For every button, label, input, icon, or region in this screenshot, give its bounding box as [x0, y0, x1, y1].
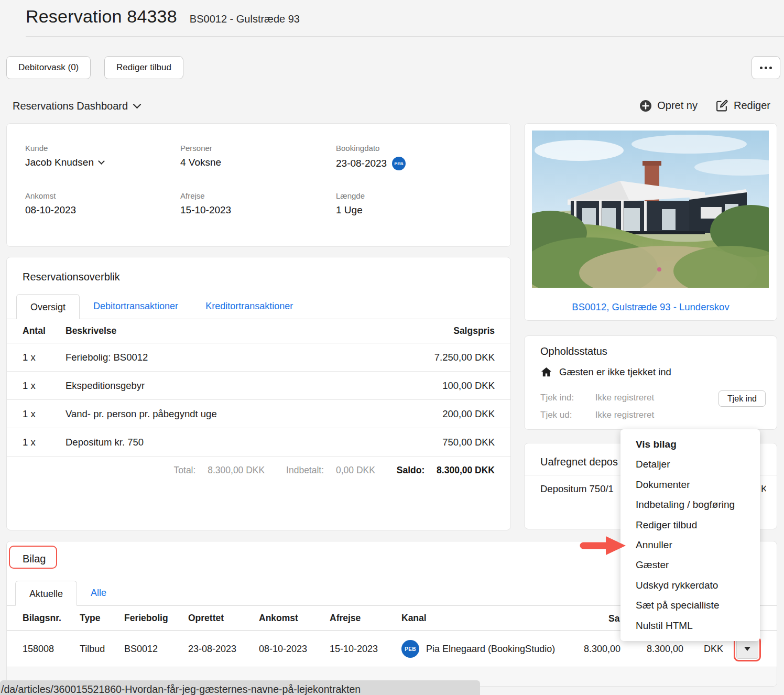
tjek-ud-row: Tjek ud: Ikke registreret — [540, 410, 654, 420]
home-icon — [540, 366, 552, 378]
property-photo — [532, 131, 769, 288]
tjek-ind-row: Tjek ind: Ikke registreret — [540, 393, 654, 403]
dashboard-selector-label: Reservations Dashboard — [13, 100, 128, 112]
chevron-down-icon — [133, 101, 141, 109]
menu-item-detaljer[interactable]: Detaljer — [620, 454, 760, 474]
overview-table-header: Antal Beskrivelse Salgspris — [7, 319, 510, 343]
page-title: Reservation 84338 — [26, 6, 177, 27]
page-header: Reservation 84338 BS0012 - Gulstræde 93 — [26, 6, 300, 27]
tab-alle[interactable]: Alle — [77, 580, 120, 605]
property-link[interactable]: BS0012, Gulstræde 93 - Lunderskov — [525, 301, 777, 313]
chevron-down-icon — [98, 158, 105, 165]
kanal-name: Pia Elnegaard (BookingStudio) — [426, 644, 555, 655]
tab-debitortransaktioner[interactable]: Debitortransaktioner — [80, 294, 192, 319]
field-laengde: Længde 1 Uge — [336, 191, 510, 216]
dashboard-selector[interactable]: Reservations Dashboard — [13, 100, 140, 112]
table-row: 1 x Vand- pr. person pr. påbegyndt uge 2… — [7, 400, 510, 428]
header-divider — [26, 36, 784, 37]
stay-status-card: Opholdsstatus Gæsten er ikke tjekket ind… — [524, 335, 777, 430]
totals-line: Total: 8.300,00 DKK Indbetalt: 0,00 DKK … — [7, 465, 510, 476]
property-card: BS0012, Gulstræde 93 - Lunderskov — [524, 123, 777, 321]
link-preview-tooltip: /da/articles/360015521860-Hvordan-får-je… — [0, 680, 480, 695]
stay-status-row: Gæsten er ikke tjekket ind — [540, 366, 777, 378]
saldo-value: 8.300,00 — [620, 644, 683, 655]
tab-oversigt[interactable]: Oversigt — [16, 294, 80, 319]
currency-value: DKK — [683, 644, 723, 655]
deposit-row: Depositum 750/1 — [540, 483, 614, 495]
more-actions-button[interactable] — [752, 56, 780, 79]
saldo-label: Saldo: — [397, 465, 424, 475]
red-arrow-annotation — [580, 534, 628, 558]
overview-tabs: Oversigt Debitortransaktioner Kreditortr… — [7, 294, 510, 319]
dashboard-actions: Opret ny Rediger — [639, 99, 770, 112]
table-row: 1 x Ekspeditionsgebyr 100,00 DKK — [7, 372, 510, 400]
stay-status-title: Opholdsstatus — [540, 345, 777, 357]
salgspris-value: 8.300,00 — [563, 644, 620, 655]
booking-info-card: Kunde Jacob Knudsen Personer 4 Voksne Bo… — [6, 123, 511, 247]
plus-circle-icon — [639, 100, 652, 112]
menu-item-dokumenter[interactable]: Dokumenter — [620, 475, 760, 495]
field-bookingdato: Bookingdato 23-08-2023 PEB — [336, 144, 510, 170]
debitorvask-button[interactable]: Debitorvask (0) — [6, 56, 91, 79]
opret-ny-button[interactable]: Opret ny — [639, 100, 698, 112]
table-row: 1 x Depositum kr. 750 750,00 DKK — [7, 428, 510, 457]
page-subtitle: BS0012 - Gulstræde 93 — [190, 13, 300, 25]
row-actions-menu: Vis bilag Detaljer Dokumenter Indbetalin… — [620, 429, 760, 641]
reservation-overview-card: Reservationsoverblik Oversigt Debitortra… — [6, 257, 511, 530]
menu-item-vis-bilag[interactable]: Vis bilag — [620, 435, 760, 454]
deposit-row-fragment: K — [761, 483, 766, 495]
field-afrejse: Afrejse 15-10-2023 — [180, 191, 336, 216]
menu-item-udskyd-rykkerdato[interactable]: Udskyd rykkerdato — [620, 575, 760, 595]
peb-badge: PEB — [392, 157, 406, 170]
overview-title: Reservationsoverblik — [23, 271, 510, 283]
menu-item-nulstil-html[interactable]: Nulstil HTML — [620, 616, 760, 636]
rediger-tilbud-button[interactable]: Rediger tilbud — [104, 56, 183, 79]
menu-item-saet-paa-specialliste[interactable]: Sæt på specialliste — [620, 595, 760, 615]
bilag-title: Bilag — [23, 553, 46, 565]
kunde-selector[interactable]: Jacob Knudsen — [25, 157, 180, 168]
peb-badge: PEB — [401, 640, 419, 658]
field-personer: Personer 4 Voksne — [180, 144, 336, 170]
saldo-value: 8.300,00 DKK — [437, 465, 495, 475]
ellipsis-icon — [760, 67, 772, 69]
tab-aktuelle[interactable]: Aktuelle — [15, 581, 77, 606]
menu-item-indbetaling-bogfoering[interactable]: Indbetaling / bogføring — [620, 495, 760, 515]
tab-kreditortransaktioner[interactable]: Kreditortransaktioner — [192, 294, 307, 319]
field-kunde: Kunde Jacob Knudsen — [25, 144, 180, 170]
field-ankomst: Ankomst 08-10-2023 — [25, 191, 180, 216]
tjek-ind-button[interactable]: Tjek ind — [718, 390, 766, 407]
menu-item-gaester[interactable]: Gæster — [620, 555, 760, 575]
table-row: 1 x Feriebolig: BS0012 7.250,00 DKK — [7, 343, 510, 372]
edit-pencil-icon — [715, 99, 728, 112]
menu-item-annuller[interactable]: Annuller — [620, 535, 760, 555]
rediger-button[interactable]: Rediger — [715, 99, 770, 112]
menu-item-rediger-tilbud[interactable]: Rediger tilbud — [620, 515, 760, 535]
